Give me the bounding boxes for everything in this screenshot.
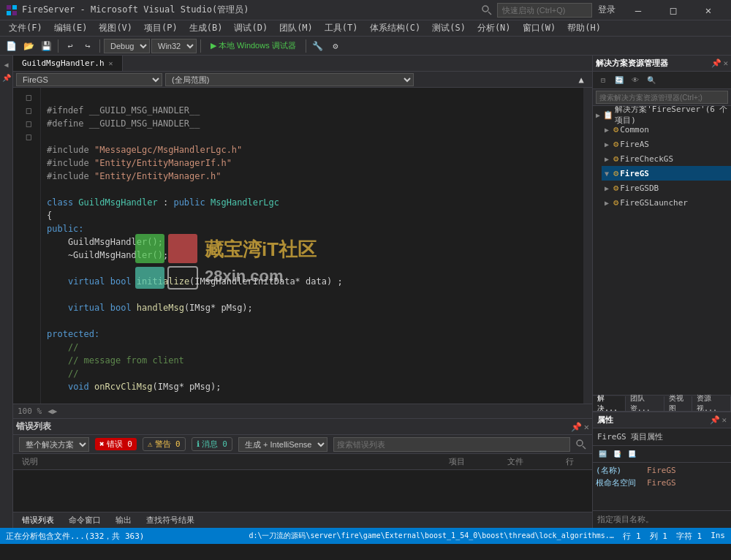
zoom-level: 100 % <box>18 406 42 416</box>
error-list-controls: 📌 ✕ <box>571 422 589 432</box>
build-option-dropdown[interactable]: 生成 + IntelliSense <box>238 437 327 452</box>
menu-debug[interactable]: 调试(D) <box>228 20 273 37</box>
menu-team[interactable]: 团队(M) <box>273 20 319 37</box>
status-char: 字符 1 <box>676 531 702 542</box>
toolbar-new[interactable]: 📄 <box>3 38 19 54</box>
debug-config-dropdown[interactable]: Debug <box>104 39 150 53</box>
svg-rect-3 <box>12 11 17 15</box>
sol-filter[interactable]: 🔍 <box>644 73 659 88</box>
toolbar-extra2[interactable]: ⚙ <box>327 38 344 54</box>
scope-dropdown[interactable]: (全局范围) <box>165 73 414 86</box>
solution-toolbar: ⊟ 🔄 👁 🔍 <box>593 72 731 89</box>
toolbar-save[interactable]: 💾 <box>38 38 54 54</box>
status-col: 列 1 <box>650 531 667 542</box>
menu-file[interactable]: 文件(F) <box>3 20 48 37</box>
maximize-button[interactable]: □ <box>656 0 690 20</box>
firegslauncher-icon: ⚙ <box>613 197 618 208</box>
menu-help[interactable]: 帮助(H) <box>561 20 607 37</box>
col-desc: 说明 <box>16 456 443 467</box>
svg-point-4 <box>482 6 488 12</box>
menu-view[interactable]: 视图(V) <box>93 20 138 37</box>
sol-refresh[interactable]: 🔄 <box>612 73 626 88</box>
menu-tools[interactable]: 工具(T) <box>319 20 364 37</box>
error-list-close[interactable]: ✕ <box>584 422 589 432</box>
sol-show-all[interactable]: 👁 <box>628 73 643 88</box>
menu-edit[interactable]: 编辑(E) <box>48 20 94 37</box>
platform-dropdown[interactable]: Win32 <box>151 39 197 53</box>
prop-row-name: (名称) FireGS <box>596 464 728 477</box>
close-button[interactable]: ✕ <box>692 0 725 20</box>
tab-output[interactable]: 输出 <box>110 513 137 527</box>
error-count-badge[interactable]: ✖ 错误 0 <box>95 438 137 450</box>
solution-root-label: 解决方案'FireServer'(6 个项目) <box>615 106 728 126</box>
prop-ns-value: FireGS <box>647 478 676 488</box>
props-desc: 指定项目名称。 <box>597 515 654 524</box>
sidebar-collapse-icon[interactable]: ◀ <box>1 58 12 70</box>
common-icon: ⚙ <box>613 124 618 135</box>
tab-error-list[interactable]: 错误列表 <box>16 513 60 527</box>
menu-analyze[interactable]: 分析(N) <box>471 20 517 37</box>
solution-tree: ▶ 📋 解决方案'FireServer'(6 个项目) ▶ ⚙ Common ▶… <box>593 106 731 395</box>
props-pin-icon[interactable]: 📌 <box>710 415 720 425</box>
toolbar-undo[interactable]: ↩ <box>62 38 78 54</box>
editor-scrollbar[interactable] <box>583 88 592 404</box>
props-alphabetical[interactable]: 🔤 <box>596 447 609 461</box>
tree-item-firegs[interactable]: ▼ ⚙ FireGS <box>602 166 731 181</box>
menu-project[interactable]: 项目(P) <box>138 20 183 37</box>
filter-row: 整个解决方案 ✖ 错误 0 ⚠ 警告 0 ℹ 消息 0 生成 + Intelli… <box>13 435 592 454</box>
tab-filename: GuildMsgHandler.h <box>22 58 105 68</box>
file-dropdown[interactable]: FireGS <box>16 73 162 86</box>
tab-command-window[interactable]: 命令窗口 <box>63 513 107 527</box>
props-categorized[interactable]: 📑 <box>610 447 624 461</box>
props-close-icon[interactable]: ✕ <box>721 415 727 425</box>
menu-build[interactable]: 生成(B) <box>183 20 229 37</box>
sol-collapse-all[interactable]: ⊟ <box>596 73 610 88</box>
sub-tab-class[interactable]: 类视图 <box>664 396 692 411</box>
tab-close-icon[interactable]: ✕ <box>109 59 113 67</box>
sub-tab-team[interactable]: 团队资... <box>626 396 664 411</box>
error-list-pin[interactable]: 📌 <box>571 422 582 432</box>
editor-scroll-up[interactable]: ▲ <box>573 72 589 88</box>
sub-tab-resource[interactable]: 资源视... <box>692 396 731 411</box>
sidebar-pin-icon[interactable]: 📌 <box>1 72 12 83</box>
run-debugger-button[interactable]: ▶ 本地 Windows 调试器 <box>205 39 302 53</box>
error-list-panel: 错误列表 📌 ✕ 整个解决方案 ✖ 错误 0 ⚠ 警告 0 <box>13 418 592 528</box>
error-search-input[interactable] <box>333 437 570 452</box>
title-bar: FireServer - Microsoft Visual Studio(管理员… <box>0 0 731 20</box>
login-button[interactable]: 登录 <box>598 4 616 16</box>
solution-close-icon[interactable]: ✕ <box>723 58 728 68</box>
menu-window[interactable]: 窗口(W) <box>517 20 562 37</box>
solution-root-icon: 📋 <box>603 110 613 120</box>
tree-item-fireas[interactable]: ▶ ⚙ FireAS <box>602 137 731 151</box>
warn-count-badge[interactable]: ⚠ 警告 0 <box>143 437 186 451</box>
menu-arch[interactable]: 体系结构(C) <box>364 20 427 37</box>
tree-item-firecheckgs[interactable]: ▶ ⚙ FireCheckGS <box>602 151 731 166</box>
minimize-button[interactable]: — <box>621 0 655 20</box>
fireas-label: FireAS <box>620 140 649 149</box>
code-content[interactable]: #ifndef __GUILD_MSG_HANDLER__ #define __… <box>41 88 583 404</box>
firegs-label: FireGS <box>620 169 649 178</box>
quick-launch-input[interactable] <box>497 3 592 18</box>
search-icon <box>481 4 493 16</box>
properties-header: 属性 📌 ✕ <box>593 412 731 428</box>
toolbar-extra1[interactable]: 🔧 <box>310 38 326 54</box>
svg-rect-1 <box>12 5 17 10</box>
editor-tab-active[interactable]: GuildMsgHandler.h ✕ <box>13 56 123 71</box>
tree-item-firegslauncher[interactable]: ▶ ⚙ FireGSLauncher <box>602 195 731 210</box>
error-scope-dropdown[interactable]: 整个解决方案 <box>19 437 89 452</box>
tree-item-firegsdb[interactable]: ▶ ⚙ FireGSDB <box>602 181 731 195</box>
sub-tab-solution[interactable]: 解决... <box>593 396 626 411</box>
error-table-body <box>13 470 592 512</box>
info-count-badge[interactable]: ℹ 消息 0 <box>192 437 232 451</box>
solution-search-input[interactable] <box>596 91 728 104</box>
tab-find-results[interactable]: 查找符号结果 <box>140 513 200 527</box>
svg-point-6 <box>577 440 583 446</box>
solution-pin-icon[interactable]: 📌 <box>711 58 721 68</box>
toolbar-open[interactable]: 📂 <box>20 38 37 54</box>
toolbar-redo[interactable]: ↪ <box>80 38 96 54</box>
firegs-icon: ⚙ <box>613 168 618 178</box>
firegslauncher-label: FireGSLauncher <box>620 198 688 208</box>
menu-test[interactable]: 测试(S) <box>426 20 471 37</box>
props-pages[interactable]: 📃 <box>625 447 638 461</box>
tree-solution-root[interactable]: ▶ 📋 解决方案'FireServer'(6 个项目) <box>593 107 731 122</box>
